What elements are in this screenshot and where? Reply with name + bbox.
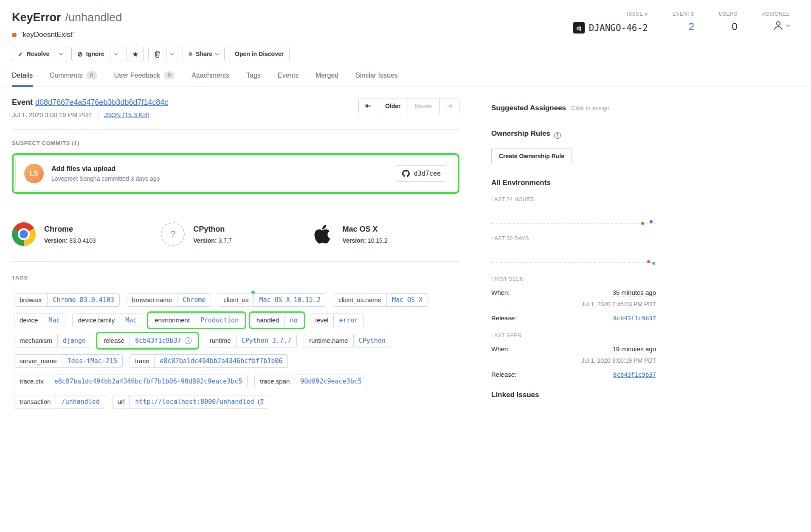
- tag-value[interactable]: Production: [195, 314, 244, 327]
- info-icon[interactable]: [185, 337, 191, 344]
- main-layout: Eventd08d7667e4a5476eb3b3db6d7f14c84c Ju…: [0, 87, 811, 530]
- create-ownership-rule-button[interactable]: Create Ownership Rule: [491, 148, 572, 164]
- event-dot: [650, 220, 653, 223]
- event-dot: [647, 260, 650, 263]
- commit-sha-button[interactable]: d3d7cee: [396, 165, 447, 182]
- tag-value[interactable]: e8c87ba1dc494bb2a4346bcfbf7b1b06-90d892c…: [49, 375, 248, 388]
- tag-value[interactable]: 90d892c9eace3bc5: [295, 375, 367, 388]
- tag-value[interactable]: Idos-iMac-215: [62, 354, 123, 368]
- linked-issues-title: Linked Issues: [491, 391, 656, 399]
- tag-value[interactable]: Chrome 83.0.4103: [47, 293, 120, 307]
- event-details-column: Eventd08d7667e4a5476eb3b3db6d7f14c84c Ju…: [0, 87, 474, 530]
- open-in-discover-button[interactable]: Open in Discover: [229, 47, 290, 61]
- tag-value[interactable]: Mac: [120, 314, 142, 327]
- context-version: Version:3.7.7: [193, 237, 231, 244]
- tag-key[interactable]: server_name: [14, 354, 62, 368]
- newer-event-button[interactable]: Newer: [408, 98, 439, 114]
- tab[interactable]: Events: [278, 71, 298, 87]
- tag-key[interactable]: client_os.name: [333, 293, 387, 307]
- tag-key[interactable]: url: [112, 395, 130, 409]
- chevron-down-icon: [786, 22, 791, 27]
- users-count[interactable]: 0: [732, 21, 737, 33]
- issue-message-row: 'keyDoesntExist': [12, 31, 122, 39]
- last-30-days-label: LAST 30 DAYS: [491, 235, 656, 241]
- tag-key[interactable]: release: [98, 334, 130, 347]
- last-seen-release-link[interactable]: 8cb43f1c9b37: [613, 371, 656, 378]
- resolve-button[interactable]: ✓ Resolve: [12, 47, 55, 61]
- tag-key[interactable]: client_os: [218, 293, 254, 307]
- tag-value[interactable]: /unhandled: [56, 395, 105, 409]
- oldest-event-button[interactable]: ⇤: [359, 98, 378, 114]
- tag-key[interactable]: level: [310, 314, 334, 327]
- trash-icon: [154, 50, 161, 58]
- resolve-dropdown-button[interactable]: [55, 47, 67, 61]
- delete-dropdown-button[interactable]: [166, 47, 178, 61]
- first-seen: FIRST SEEN When: 35 minutes ago Jul 1, 2…: [491, 276, 656, 322]
- last-seen-relative: 19 minutes ago: [612, 345, 656, 353]
- tag-key[interactable]: handled: [251, 314, 284, 327]
- stat-assignee: ASSIGNEE: [762, 11, 790, 34]
- help-icon[interactable]: [554, 132, 561, 139]
- tag-value[interactable]: http://localhost:8000/unhandled: [130, 395, 269, 409]
- users-label: USERS: [719, 11, 738, 17]
- tag-value[interactable]: Mac OS X: [386, 293, 428, 307]
- tag-key[interactable]: trace.span: [254, 375, 295, 388]
- tag-value[interactable]: e8c87ba1dc494bb2a4346bcfbf7b1b06: [154, 354, 288, 368]
- tab[interactable]: Merged: [315, 71, 338, 87]
- tab[interactable]: Comments 0: [50, 71, 97, 87]
- tag-key[interactable]: runtime.name: [304, 334, 354, 347]
- tab[interactable]: Similar Issues: [355, 71, 398, 87]
- ignore-dropdown-button[interactable]: [110, 47, 122, 61]
- bookmark-button[interactable]: ★: [127, 47, 144, 61]
- tag-value[interactable]: CPython 3.7.7: [236, 334, 297, 347]
- tag-value[interactable]: no: [284, 314, 303, 327]
- tag-value[interactable]: Mac OS X 10.15.2: [253, 293, 326, 307]
- tag-key[interactable]: browser: [14, 293, 48, 307]
- tag-key[interactable]: browser.name: [127, 293, 177, 307]
- tab[interactable]: Tags: [246, 71, 261, 87]
- newest-event-button[interactable]: ⇥: [439, 98, 459, 114]
- assignee-dropdown[interactable]: [772, 20, 790, 31]
- action-toolbar: ✓ Resolve ⊘ Ignore ★ Share Open in: [0, 47, 811, 61]
- tag-key[interactable]: trace: [130, 354, 155, 368]
- first-seen-release-link[interactable]: 8cb43f1c9b37: [613, 315, 656, 322]
- context-name: Mac OS X: [343, 225, 388, 234]
- tab[interactable]: Attachments: [191, 71, 229, 87]
- tag-value[interactable]: CPython: [353, 334, 391, 347]
- event-id-link[interactable]: d08d7667e4a5476eb3b3db6d7f14c84c: [35, 98, 168, 106]
- tag-value[interactable]: Chrome: [177, 293, 211, 307]
- tag-key[interactable]: trace.ctx: [14, 375, 49, 388]
- issue-short-id[interactable]: dj DJANGO-46-2: [573, 22, 648, 34]
- events-count[interactable]: 2: [688, 21, 694, 33]
- issue-sidebar: Suggested Assignees Click to assign Owne…: [474, 87, 811, 530]
- tag-key[interactable]: device.family: [72, 314, 120, 327]
- tag-key[interactable]: runtime: [204, 334, 236, 347]
- last-seen-absolute: Jul 1, 2020 3:00:19 PM PDT: [491, 357, 656, 364]
- tab[interactable]: Details: [12, 71, 33, 87]
- delete-button-group: [148, 47, 178, 61]
- tag-value[interactable]: 8cb43f1c9b37: [130, 334, 197, 347]
- ignore-button[interactable]: ⊘ Ignore: [71, 47, 110, 61]
- tag-key[interactable]: transaction: [14, 395, 56, 409]
- tag-pill: environment Production: [147, 311, 246, 329]
- delete-button[interactable]: [148, 47, 166, 61]
- avatar: LS: [24, 164, 44, 183]
- tag-value[interactable]: error: [333, 314, 363, 327]
- tag-value[interactable]: Mac: [43, 314, 65, 327]
- tag-key[interactable]: environment: [149, 314, 195, 327]
- chevron-down-icon: [170, 51, 175, 55]
- event-title: Eventd08d7667e4a5476eb3b3db6d7f14c84c: [12, 98, 168, 107]
- tag-pill: runtime.name CPython: [301, 332, 393, 350]
- event-json-link[interactable]: JSON (15.3 KB): [104, 111, 149, 118]
- tag-key[interactable]: device: [14, 314, 43, 327]
- resolve-button-group: ✓ Resolve: [12, 47, 67, 61]
- older-event-button[interactable]: Older: [378, 98, 408, 114]
- sparkline-24h: [491, 204, 656, 230]
- tab[interactable]: User Feedback 0: [114, 71, 175, 87]
- tag-value[interactable]: django: [57, 334, 91, 347]
- tag-pill: server_name Idos-iMac-215: [12, 352, 125, 370]
- tag-key[interactable]: mechanism: [14, 334, 58, 347]
- last-seen-heading: LAST SEEN: [491, 333, 656, 339]
- page-title: KeyError/unhandled: [12, 11, 122, 24]
- share-button[interactable]: Share: [183, 47, 225, 61]
